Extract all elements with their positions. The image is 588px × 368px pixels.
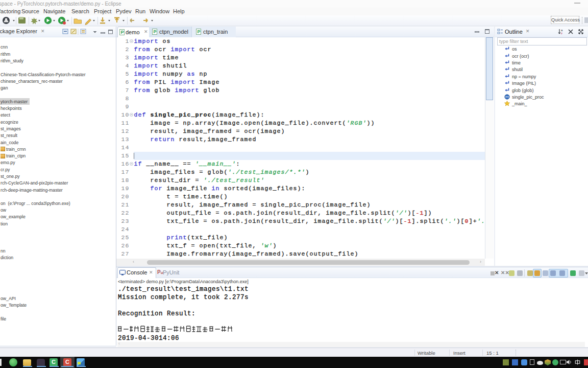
svg-text:z: z (561, 32, 562, 35)
